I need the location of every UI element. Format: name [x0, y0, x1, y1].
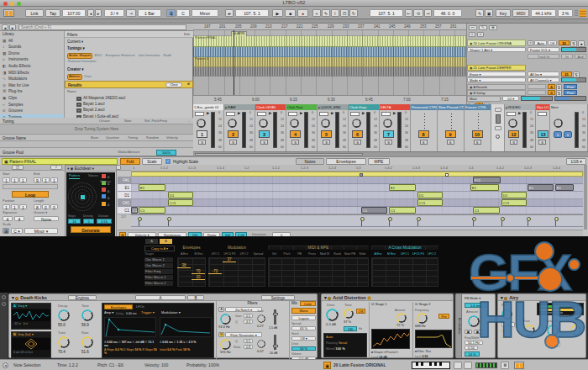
add-filter-icon[interactable]: ⊕ — [187, 82, 190, 87]
stage1-checkbox[interactable]: ☑ Stage 1 — [371, 303, 387, 307]
mixer-strip[interactable]: Clash-Keys ▶ 6 S 01224364860 — [349, 104, 380, 151]
matrix-grid-body[interactable] — [371, 257, 438, 287]
matrix-target-row[interactable]: Filter Freq — [144, 269, 173, 274]
sidebar-item[interactable]: ⌗Instruments — [0, 56, 64, 63]
minimize-window-icon[interactable] — [10, 2, 14, 6]
punch-out-button[interactable]: ⊣ — [424, 9, 432, 17]
track-name-header[interactable]: p.QUICK_END — [318, 104, 348, 110]
matrix-cell-value[interactable]: 38 — [177, 263, 191, 268]
length-field-3[interactable]: 0 — [50, 204, 58, 209]
track-20-off-button[interactable]: Off — [548, 40, 557, 45]
stage2-freq-knob[interactable] — [417, 313, 428, 324]
return-a-post-toggle[interactable]: Post — [564, 84, 577, 89]
airy-fast-knob[interactable] — [523, 325, 535, 336]
lfos-tab[interactable]: LFOs — [136, 305, 144, 309]
midi-note[interactable]: C1 — [361, 207, 387, 214]
loop-marker-right[interactable] — [445, 173, 449, 177]
loop-length-field[interactable]: 48. 0. 0 — [433, 9, 462, 17]
return-a-header[interactable]: ◉ A Reverb — [467, 84, 526, 90]
sidebar-item[interactable]: ⌘Plug-Ins — [0, 88, 64, 95]
start-field-2[interactable]: 1 — [11, 177, 18, 182]
routing-serial[interactable]: Serial — [339, 341, 347, 345]
matrix-target-row[interactable]: Filter Macro 1 — [144, 275, 173, 280]
solo-button[interactable]: S — [354, 140, 361, 145]
clip-folder-icon[interactable]: ▣ — [323, 362, 331, 369]
clip-scale-root[interactable]: C ▾ — [11, 228, 23, 234]
device-on-icon[interactable] — [15, 297, 18, 300]
filter-b-level-slider[interactable] — [274, 335, 276, 350]
track-name-header[interactable]: Clark Raw — [286, 104, 317, 110]
track-activator-button[interactable]: 1 — [197, 130, 207, 138]
airy-variation-knob[interactable] — [547, 325, 559, 336]
mini-keyboard[interactable] — [412, 362, 450, 369]
matrix-cell-value[interactable]: 20 — [192, 275, 205, 280]
track-21-channel-chooser[interactable]: All Channels ▾ — [528, 77, 559, 82]
arrangement-position-field[interactable]: 107. 5. 1 — [235, 9, 269, 17]
pencil-icon[interactable]: ✎ — [479, 25, 487, 30]
solo-button[interactable]: S — [198, 140, 206, 145]
end-field-3[interactable]: 1 — [50, 177, 58, 182]
main-track-header[interactable]: Main — [467, 96, 501, 102]
engine-a-tab[interactable]: A — [135, 295, 186, 300]
track-activator-button[interactable]: 8 — [418, 130, 429, 138]
filter-type-res[interactable]: Lp ▾ 0.50 — [415, 355, 428, 358]
stack-field[interactable]: Off ▾ — [291, 336, 316, 341]
signature-numerator[interactable]: 4 — [3, 216, 13, 221]
track-name-header[interactable]: Slax LO — [536, 104, 549, 110]
loop-marker-left[interactable] — [360, 173, 363, 177]
rate-knob[interactable] — [81, 336, 93, 348]
fold-arrow-icon[interactable]: ▿ — [469, 32, 475, 37]
airy-raw-label[interactable]: Raw — [501, 330, 508, 334]
sidebar-item[interactable]: ▩Drums — [0, 50, 64, 57]
airy-chain-label[interactable]: Chain — [501, 336, 510, 340]
track-20-input-chooser[interactable]: Track In — [528, 54, 559, 59]
search-input[interactable] — [18, 24, 186, 30]
loop-start-field[interactable]: 107. 5. 1 — [370, 9, 403, 17]
division-field[interactable]: 1/16 — [97, 219, 112, 224]
midi-note[interactable]: F#1 — [473, 177, 501, 183]
midi-ruler[interactable]: 11.1.21.1.31.1.41.21.2.21.2.31.2.41.31.3… — [131, 165, 583, 172]
crossfade-assign-b[interactable]: ◗ — [564, 131, 572, 138]
blend-value[interactable]: 100 % — [335, 346, 344, 351]
engines-tab[interactable]: Engines — [68, 295, 97, 300]
groove-list[interactable] — [0, 141, 193, 148]
tap-button[interactable]: Tap — [45, 9, 60, 17]
crossfader-strip[interactable] — [491, 104, 505, 151]
track-21-chooser-1[interactable]: Erase ▾ — [467, 71, 526, 77]
main-mixer-strip[interactable]: Main ◖ ◗ 01224364860 — [550, 104, 588, 151]
midi-map-button[interactable]: MIDI — [512, 9, 529, 17]
legato-field[interactable]: Legato — [291, 315, 316, 320]
ratio-field[interactable]: 0.8 — [244, 345, 253, 349]
keys-icon[interactable] — [3, 9, 14, 17]
fold-button[interactable]: Fold — [120, 158, 140, 165]
modulation-chooser[interactable]: Modulation ▾ — [161, 311, 181, 315]
acid-drive-knob[interactable] — [326, 309, 339, 321]
acid-tone-knob[interactable] — [344, 309, 354, 319]
track-name-header[interactable]: p.RAW — [224, 104, 255, 110]
highlight-scale-checkbox[interactable]: ✓ — [165, 159, 171, 164]
fold-arrow-icon[interactable]: ▿ — [477, 32, 484, 37]
stop-button[interactable]: ■ — [285, 9, 296, 17]
track-21-chooser-2[interactable]: Mode ▾ — [467, 77, 526, 82]
track-20-output-chooser[interactable]: Fusion VOL ▾ — [528, 47, 559, 52]
filters-tunings-header[interactable]: Tunings ▾ — [67, 46, 85, 50]
keys-status-icon[interactable] — [514, 362, 524, 369]
scale-root-menu[interactable]: C — [176, 9, 190, 17]
track-20-meter-icon[interactable]: ≡ — [528, 40, 533, 45]
q-field[interactable]: 4.3 — [244, 320, 253, 324]
signature-denominator[interactable]: 4 — [14, 216, 24, 221]
euclid-circle-display[interactable] — [68, 182, 98, 213]
nudge-down-button[interactable]: ◂ — [87, 9, 94, 17]
return-b-header[interactable]: ◉ B Delay — [467, 90, 526, 96]
crossfade-assign-a[interactable]: ◖ — [554, 131, 562, 138]
mod-envelope-graph[interactable] — [160, 317, 212, 337]
pan-knob[interactable] — [321, 119, 330, 128]
tab-notes[interactable]: Notes — [296, 158, 324, 165]
filter-tag[interactable]: Rational Intonation — [67, 60, 97, 64]
track-20-solo-button[interactable]: S — [570, 40, 577, 47]
midi-note[interactable]: C#1 — [417, 199, 443, 206]
amp-chooser[interactable]: Amp ▾ — [104, 311, 113, 315]
return-b-button[interactable]: B — [548, 90, 555, 95]
envelopes-tab[interactable]: Envelopes — [104, 304, 133, 309]
tab-mpe[interactable]: MPE — [368, 158, 390, 165]
